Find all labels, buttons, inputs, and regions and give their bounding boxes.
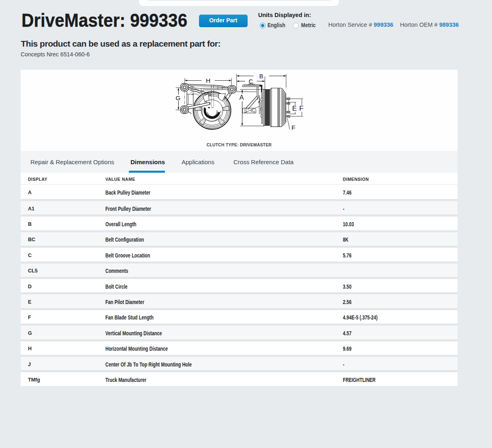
svg-text:B: B bbox=[259, 73, 263, 79]
svg-text:G: G bbox=[175, 94, 180, 101]
svg-text:C: C bbox=[248, 78, 253, 85]
svg-text:E: E bbox=[292, 105, 297, 112]
svg-text:H: H bbox=[206, 77, 210, 84]
svg-text:A: A bbox=[240, 94, 244, 101]
svg-text:F: F bbox=[299, 105, 303, 112]
svg-text:F: F bbox=[291, 124, 295, 131]
